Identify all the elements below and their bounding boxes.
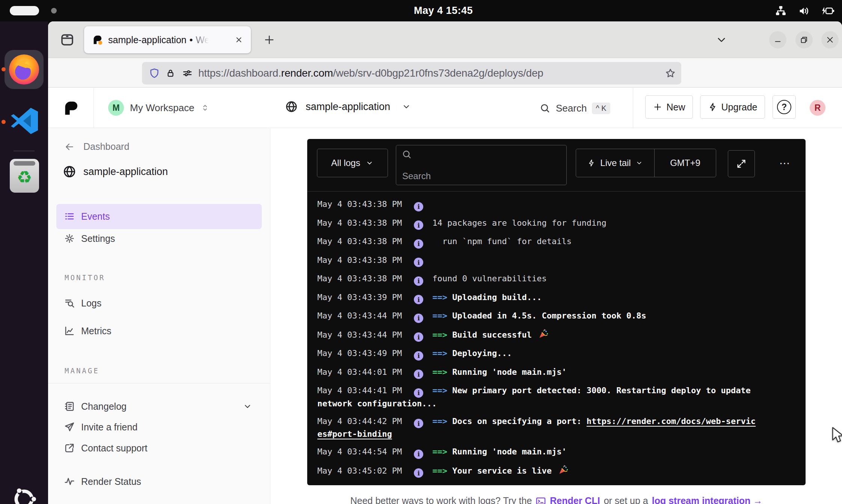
render-logo[interactable]	[63, 100, 80, 118]
workspace-indicator-dot[interactable]	[51, 8, 57, 14]
info-icon[interactable]: i	[414, 239, 423, 249]
sidebar-item-changelog[interactable]: Changelog	[48, 397, 270, 416]
service-breadcrumb[interactable]: sample-application	[285, 100, 411, 113]
system-top-bar: May 4 15:45	[0, 0, 842, 21]
log-line: May 4 03:44:01 PMi==> Running 'node main…	[317, 366, 795, 379]
tab-bar: sample-application•We	[48, 21, 842, 58]
render-cli-link[interactable]: Render CLI	[550, 495, 600, 504]
restore-button[interactable]	[795, 31, 813, 48]
info-icon[interactable]: i	[414, 419, 423, 428]
tab-close-icon[interactable]	[233, 34, 245, 46]
minimize-button[interactable]	[769, 31, 786, 48]
workspace-avatar: M	[108, 100, 124, 116]
timezone-button[interactable]: GMT+9	[655, 158, 716, 168]
workspace-name: My Workspace	[130, 102, 194, 114]
header-divider-1	[94, 88, 94, 128]
vscode-running-dot	[2, 120, 6, 124]
user-avatar[interactable]: R	[810, 100, 825, 116]
system-clock[interactable]: May 4 15:45	[414, 5, 473, 17]
chevron-down-icon[interactable]	[243, 401, 252, 411]
info-icon[interactable]: i	[414, 332, 423, 342]
ubuntu-logo-icon[interactable]	[11, 486, 37, 504]
changelog-notebook-icon	[64, 401, 75, 412]
log-timestamp: May 4 03:44:42 PM	[317, 416, 402, 426]
log-timestamp: May 4 03:43:38 PM	[317, 255, 402, 265]
sidebar-item-render-status[interactable]: Render Status	[48, 472, 270, 491]
log-line: May 4 03:43:38 PMi	[317, 254, 795, 267]
dock-divider	[14, 151, 35, 151]
log-timestamp: May 4 03:45:02 PM	[317, 466, 402, 475]
info-icon[interactable]: i	[414, 351, 423, 361]
expand-icon	[736, 158, 747, 169]
logs-footer-hint: Need better ways to work with logs? Try …	[271, 495, 842, 504]
search-icon	[401, 149, 412, 160]
global-search[interactable]: Search ^ K	[539, 98, 610, 118]
workspace-indicator-pill[interactable]	[10, 6, 39, 15]
log-link[interactable]: https://render.com/docs/web-servic	[587, 416, 756, 426]
log-timestamp: May 4 03:44:01 PM	[317, 367, 402, 377]
info-icon[interactable]: i	[414, 258, 423, 267]
paper-plane-icon	[64, 421, 75, 433]
breadcrumb-service-name: sample-application	[306, 101, 390, 113]
info-icon[interactable]: i	[414, 295, 423, 304]
new-tab-button[interactable]	[261, 31, 278, 48]
log-search-box[interactable]	[396, 145, 567, 185]
list-all-tabs-icon[interactable]	[716, 34, 727, 45]
url-bar[interactable]: https://dashboard.render.com/web/srv-d0b…	[142, 62, 681, 85]
log-search-input[interactable]	[401, 171, 559, 182]
info-icon[interactable]: i	[414, 220, 423, 230]
battery-icon[interactable]	[821, 5, 834, 17]
upgrade-button[interactable]: Upgrade	[700, 95, 765, 119]
lock-icon[interactable]	[165, 68, 176, 78]
info-icon[interactable]: i	[414, 276, 423, 286]
close-window-button[interactable]	[821, 31, 839, 48]
firefox-view-icon[interactable]	[59, 32, 75, 48]
sidebar-item-logs[interactable]: Logs	[48, 294, 270, 312]
shield-icon[interactable]	[149, 68, 160, 79]
info-icon[interactable]: i	[414, 468, 423, 478]
header-divider-2	[633, 88, 633, 128]
globe-icon	[285, 100, 298, 113]
info-icon[interactable]: i	[414, 370, 423, 379]
info-icon[interactable]: i	[414, 450, 423, 459]
more-options-button[interactable]: …	[774, 154, 796, 167]
log-link[interactable]: es#port-binding	[317, 429, 392, 439]
log-timestamp: May 4 03:44:54 PM	[317, 447, 402, 456]
log-timestamp: May 4 03:43:39 PM	[317, 293, 402, 302]
log-line: May 4 03:44:54 PMi==> Running 'node main…	[317, 446, 795, 459]
sidebar-item-contact-support[interactable]: Contact support	[48, 439, 270, 457]
log-panel: All logs Live tail GMT	[307, 139, 806, 485]
info-icon[interactable]: i	[414, 388, 423, 398]
external-link-icon	[64, 442, 75, 454]
sidebar-item-invite-a-friend[interactable]: Invite a friend	[48, 418, 270, 436]
new-button[interactable]: New	[645, 95, 693, 119]
info-icon[interactable]: i	[414, 202, 423, 211]
log-filter-dropdown[interactable]: All logs	[317, 149, 388, 177]
firefox-icon[interactable]	[8, 53, 41, 88]
info-icon[interactable]: i	[414, 314, 423, 323]
sidebar-item-events[interactable]: Events	[56, 204, 262, 229]
sidebar-item-metrics[interactable]: Metrics	[48, 321, 270, 340]
log-line: May 4 03:43:38 PMi run `npm fund` for de…	[317, 235, 795, 249]
volume-icon[interactable]	[798, 5, 810, 17]
render-app-header: M My Workspace sample-application	[48, 88, 842, 128]
network-icon[interactable]	[774, 5, 787, 17]
live-tail-dropdown[interactable]: Live tail	[576, 158, 654, 168]
log-line: May 4 03:43:49 PMi==> Deploying...	[317, 347, 795, 361]
permissions-icon[interactable]	[182, 68, 193, 79]
active-tab[interactable]: sample-application•We	[84, 26, 251, 53]
expand-logs-button[interactable]	[728, 150, 755, 177]
workspace-selector[interactable]: M My Workspace	[108, 100, 210, 116]
vscode-icon[interactable]	[9, 106, 40, 138]
tab-favicon-render-logo	[92, 35, 103, 47]
bolt-icon	[587, 159, 596, 167]
cli-terminal-icon	[536, 496, 546, 504]
sidebar-item-settings[interactable]: Settings	[48, 229, 270, 248]
sidebar-back-dashboard[interactable]: Dashboard	[65, 141, 129, 152]
log-lines: May 4 03:43:38 PMiMay 4 03:43:38 PMi14 p…	[307, 192, 806, 485]
help-button[interactable]: ?	[773, 95, 796, 119]
bookmark-star-icon[interactable]	[665, 68, 676, 79]
log-line: May 4 03:43:38 PMi	[317, 198, 795, 211]
recycle-glyph: ♻	[10, 165, 39, 190]
log-stream-integration-link[interactable]: log stream integration →	[652, 495, 762, 504]
